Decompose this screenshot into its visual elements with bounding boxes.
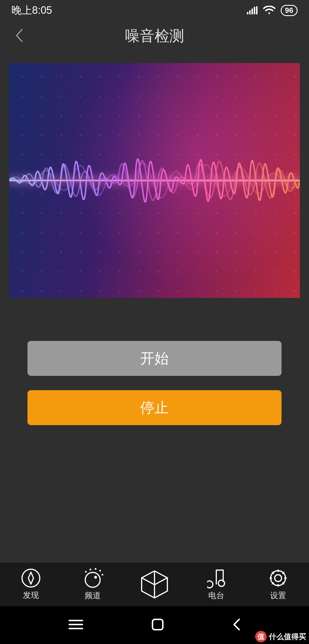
svg-point-11 — [95, 568, 96, 570]
tab-discover-label: 发现 — [23, 590, 39, 601]
svg-point-8 — [94, 576, 97, 579]
nav-back-button[interactable] — [232, 618, 241, 633]
compass-icon — [21, 568, 41, 588]
status-time: 晚上8:05 — [11, 3, 52, 17]
square-icon — [151, 618, 164, 631]
stop-button-label: 停止 — [140, 398, 169, 417]
status-bar: 晚上8:05 96 — [0, 0, 309, 21]
cube-icon — [139, 569, 170, 600]
tab-settings-label: 设置 — [270, 590, 286, 601]
gear-icon — [268, 568, 288, 588]
waveform-icon — [9, 63, 300, 298]
svg-rect-0 — [247, 12, 248, 14]
start-button[interactable]: 开始 — [27, 341, 282, 376]
svg-point-9 — [85, 571, 87, 573]
svg-rect-3 — [254, 7, 255, 14]
app-header: 噪音检测 — [0, 21, 309, 52]
svg-point-17 — [271, 571, 286, 586]
chevron-left-icon — [15, 28, 23, 43]
nav-recent-button[interactable] — [68, 619, 84, 631]
stop-button[interactable]: 停止 — [27, 390, 282, 425]
chevron-left-icon — [232, 618, 241, 631]
signal-icon — [247, 6, 258, 14]
page-title: 噪音检测 — [125, 26, 184, 46]
tab-discover[interactable]: 发现 — [0, 568, 62, 601]
tab-channel[interactable]: 频道 — [62, 568, 124, 601]
svg-point-10 — [90, 569, 91, 570]
action-buttons: 开始 停止 — [0, 298, 309, 425]
tab-radio-label: 电台 — [208, 590, 224, 601]
svg-marker-6 — [28, 572, 33, 584]
svg-rect-21 — [152, 619, 163, 630]
wifi-icon — [263, 6, 276, 15]
svg-point-12 — [99, 570, 101, 572]
svg-point-13 — [102, 574, 103, 576]
watermark-badge: 值 — [255, 631, 267, 642]
tab-bar: 发现 频道 — [0, 563, 309, 606]
svg-rect-1 — [249, 10, 251, 14]
tab-center[interactable] — [124, 569, 185, 600]
battery-icon: 96 — [281, 5, 298, 16]
tab-radio[interactable]: 电台 — [185, 568, 247, 601]
nav-home-button[interactable] — [151, 618, 164, 632]
waveform-visual — [9, 63, 300, 298]
svg-point-7 — [85, 572, 100, 587]
svg-point-16 — [275, 575, 282, 582]
back-button[interactable] — [9, 22, 29, 50]
status-icons: 96 — [247, 5, 298, 16]
svg-rect-4 — [256, 6, 258, 14]
menu-icon — [68, 619, 84, 630]
svg-rect-2 — [251, 9, 253, 14]
tab-channel-label: 频道 — [85, 590, 101, 601]
dial-icon — [82, 568, 104, 588]
watermark-text: 什么值得买 — [269, 632, 306, 642]
watermark: 值 什么值得买 — [255, 631, 306, 642]
music-note-icon — [207, 568, 225, 588]
tab-settings[interactable]: 设置 — [247, 568, 309, 601]
start-button-label: 开始 — [140, 349, 169, 368]
